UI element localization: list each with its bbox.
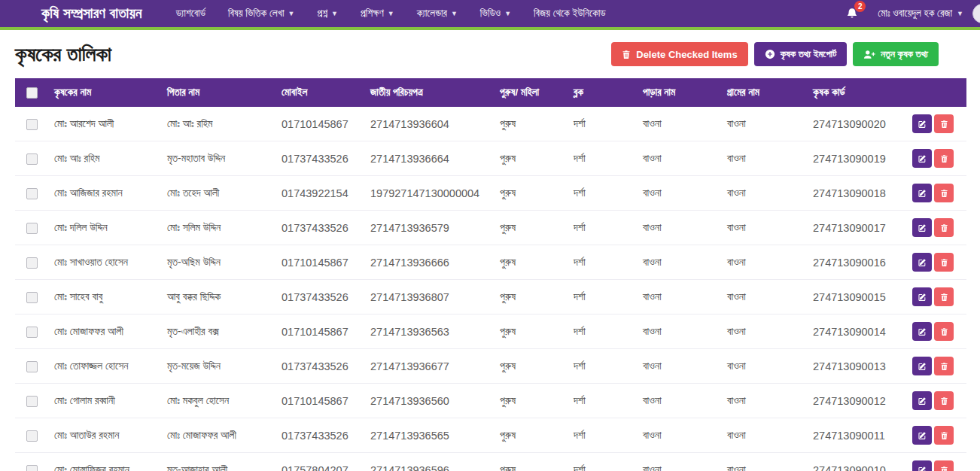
cell-village-name: বাওনা <box>721 384 807 418</box>
header-national-id: জাতীয় পরিচয়পত্র <box>364 78 494 107</box>
nav-item-0[interactable]: ড্যাশবোর্ড <box>165 0 217 27</box>
new-farmer-button[interactable]: নতুন কৃষক তথ্য <box>853 42 939 66</box>
cell-mobile: 01710145867 <box>275 107 364 141</box>
chevron-down-icon: ▼ <box>288 11 295 17</box>
nav-item-label: ড্যাশবোর্ড <box>176 8 205 20</box>
cell-gender: পুরুষ <box>494 384 568 418</box>
farmer-list-page: কৃষি সম্প্রসারণ বাতায়ন ড্যাশবোর্ডবিষয় … <box>0 0 980 471</box>
nav-item-label: প্রশিক্ষণ <box>361 8 384 20</box>
edit-icon <box>918 293 927 302</box>
nav-item-6[interactable]: বিজয় থেকে ইউনিকোড <box>522 0 617 27</box>
row-checkbox[interactable] <box>26 430 38 442</box>
delete-row-button[interactable] <box>934 460 954 471</box>
farmer-table-body: মোঃ আরশেদ আলী মোঃ আঃ রহিম 01710145867 27… <box>15 107 966 471</box>
delete-row-button[interactable] <box>934 391 954 410</box>
table-row: মোঃ আরশেদ আলী মোঃ আঃ রহিম 01710145867 27… <box>15 107 966 141</box>
cell-para-name: বাওনা <box>637 315 721 349</box>
cell-para-name: বাওনা <box>637 349 721 384</box>
header-village-name: গ্রামের নাম <box>721 78 807 107</box>
row-checkbox[interactable] <box>26 361 38 372</box>
row-checkbox[interactable] <box>26 327 38 338</box>
select-all-checkbox[interactable] <box>26 87 38 99</box>
edit-row-button[interactable] <box>912 357 932 375</box>
trash-icon <box>940 120 948 129</box>
cell-farmer-name: মোঃ মোস্তাফিজুর রহমান <box>48 453 161 471</box>
edit-row-button[interactable] <box>912 149 932 168</box>
cell-block: দর্শা <box>568 176 637 211</box>
nav-item-5[interactable]: ভিডিও▼ <box>469 0 522 27</box>
nav-item-1[interactable]: বিষয় ভিত্তিক লেখা▼ <box>217 0 306 27</box>
row-checkbox[interactable] <box>26 119 38 130</box>
edit-row-button[interactable] <box>912 287 932 306</box>
row-checkbox[interactable] <box>26 188 38 199</box>
cell-para-name: বাওনা <box>637 107 721 141</box>
nav-item-3[interactable]: প্রশিক্ষণ▼ <box>349 0 406 27</box>
import-farmer-data-button[interactable]: কৃষক তথ্য ইমপোর্ট <box>754 42 848 66</box>
chevron-down-icon: ▼ <box>388 11 394 17</box>
row-checkbox[interactable] <box>26 223 38 234</box>
cell-village-name: বাওনা <box>721 107 807 141</box>
edit-row-button[interactable] <box>912 184 932 202</box>
cell-mobile: 01710145867 <box>275 245 364 280</box>
cell-para-name: বাওনা <box>637 280 721 315</box>
edit-row-button[interactable] <box>912 426 932 445</box>
app-brand[interactable]: কৃষি সম্প্রসারণ বাতায়ন <box>41 5 142 22</box>
edit-row-button[interactable] <box>912 391 932 410</box>
row-checkbox[interactable] <box>26 257 38 269</box>
cell-farmer-card: 274713090012 <box>807 384 906 418</box>
cell-gender: পুরুষ <box>494 315 568 349</box>
cell-village-name: বাওনা <box>721 176 807 211</box>
chevron-down-icon: ▼ <box>451 11 458 17</box>
delete-row-button[interactable] <box>934 149 954 168</box>
delete-row-button[interactable] <box>934 218 954 237</box>
delete-checked-button[interactable]: Delete Checked Items <box>611 42 747 66</box>
user-avatar[interactable] <box>972 4 980 23</box>
edit-row-button[interactable] <box>912 253 932 272</box>
row-checkbox[interactable] <box>26 292 38 303</box>
cell-block: দর্শা <box>568 141 637 176</box>
edit-icon <box>918 258 927 267</box>
edit-icon <box>918 223 927 232</box>
delete-row-button[interactable] <box>934 287 954 306</box>
cell-farmer-card: 274713090020 <box>807 107 906 141</box>
cell-farmer-name: মোঃ তোফাজ্জল হোসেন <box>48 349 161 384</box>
delete-row-button[interactable] <box>934 426 954 445</box>
edit-row-button[interactable] <box>912 114 932 133</box>
cell-gender: পুরুষ <box>494 141 568 176</box>
cell-national-id: 2714713936677 <box>364 349 494 384</box>
cell-block: দর্শা <box>568 453 637 471</box>
cell-block: দর্শা <box>568 349 637 384</box>
cell-para-name: বাওনা <box>637 453 721 471</box>
header-block: ব্লক <box>568 78 637 107</box>
edit-row-button[interactable] <box>912 322 932 341</box>
cell-father-name: মোঃ আঃ রহিম <box>161 107 275 141</box>
delete-row-button[interactable] <box>934 253 954 272</box>
delete-row-button[interactable] <box>934 357 954 375</box>
user-name: মোঃ ওবায়েদুল হক রেজা <box>878 8 952 20</box>
edit-icon <box>918 327 927 336</box>
notifications-button[interactable]: 2 <box>835 0 869 27</box>
nav-item-2[interactable]: প্রশ্ন▼ <box>306 0 350 27</box>
delete-row-button[interactable] <box>934 114 954 133</box>
cell-farmer-card: 274713090010 <box>807 453 906 471</box>
cell-gender: পুরুষ <box>494 418 568 453</box>
cell-national-id: 2714713936563 <box>364 315 494 349</box>
delete-row-button[interactable] <box>934 322 954 341</box>
cell-mobile: 01710145867 <box>275 315 364 349</box>
edit-icon <box>918 120 927 129</box>
table-row: মোঃ আজিজার রহমান মোঃ তহেদ আলী 0174392215… <box>15 176 966 211</box>
delete-row-button[interactable] <box>934 184 954 202</box>
edit-row-button[interactable] <box>912 460 932 471</box>
cell-para-name: বাওনা <box>637 245 721 280</box>
row-checkbox[interactable] <box>26 396 38 407</box>
cell-gender: পুরুষ <box>494 245 568 280</box>
row-checkbox[interactable] <box>26 465 38 471</box>
user-menu[interactable]: মোঃ ওবায়েদুল হক রেজা ▼ <box>869 0 972 27</box>
edit-icon <box>918 466 927 471</box>
edit-row-button[interactable] <box>912 218 932 237</box>
row-checkbox[interactable] <box>26 153 38 165</box>
cell-gender: পুরুষ <box>494 107 568 141</box>
nav-item-label: প্রশ্ন <box>318 8 328 20</box>
cell-father-name: মৃত-মহাতাব উদ্দিন <box>161 141 275 176</box>
nav-item-4[interactable]: ক্যালেন্ডার▼ <box>406 0 469 27</box>
